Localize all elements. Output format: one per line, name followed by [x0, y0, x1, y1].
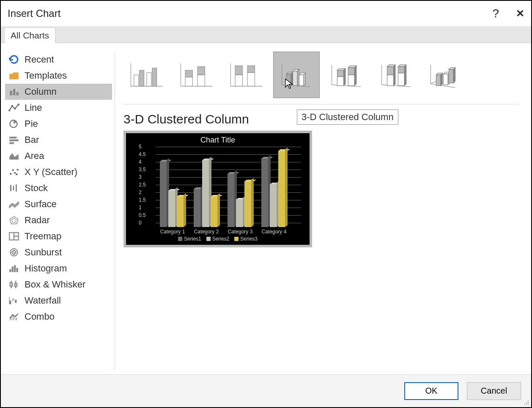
svg-rect-30 [9, 269, 11, 272]
sidebar-label: Combo [25, 311, 55, 322]
svg-rect-40 [15, 300, 16, 303]
sidebar-item-templates[interactable]: Templates [5, 68, 112, 84]
svg-rect-91 [398, 67, 404, 73]
sidebar-item-pie[interactable]: Pie [5, 116, 112, 132]
legend-item: Series1 [178, 236, 201, 242]
svg-rect-55 [197, 75, 205, 86]
close-icon[interactable]: ✕ [516, 8, 524, 19]
sidebar-item-area[interactable]: Area [5, 148, 112, 164]
subtype-100-stacked-column[interactable] [223, 52, 270, 98]
sunburst-icon [8, 248, 19, 257]
y-tick: 4 [139, 159, 142, 165]
sidebar-item-bar[interactable]: Bar [5, 132, 112, 148]
sidebar-label: Treemap [25, 231, 61, 242]
svg-rect-61 [247, 73, 255, 86]
tab-all-charts[interactable]: All Charts [4, 27, 55, 43]
sidebar-item-surface[interactable]: Surface [5, 196, 112, 212]
svg-rect-53 [185, 77, 192, 86]
svg-rect-1 [13, 89, 15, 96]
svg-line-84 [382, 85, 411, 87]
svg-rect-31 [12, 267, 14, 272]
sidebar-label: Surface [25, 199, 57, 210]
bar-Series3-1 [211, 197, 217, 227]
svg-rect-68 [293, 71, 297, 85]
svg-point-12 [12, 170, 14, 171]
dialog-title: Insert Chart [8, 8, 60, 19]
sidebar-item-x-y-scatter-[interactable]: X Y (Scatter) [5, 164, 112, 180]
sidebar-item-column[interactable]: Column [5, 84, 112, 100]
subtype-3d-100-stacked-column[interactable] [373, 52, 420, 98]
ok-button[interactable]: OK [404, 382, 458, 400]
category-label: Category 4 [257, 229, 291, 235]
chart-plot-area: 00.511.522.533.544.55Category 1Category … [139, 147, 301, 227]
svg-rect-65 [286, 74, 291, 86]
area-icon [8, 151, 19, 161]
svg-point-14 [16, 169, 18, 170]
bar-Series3-3 [278, 151, 285, 227]
sidebar-item-box-whisker[interactable]: Box & Whisker [5, 277, 112, 293]
svg-line-74 [332, 85, 361, 87]
svg-marker-105 [453, 68, 455, 83]
svg-rect-50 [152, 68, 157, 86]
svg-rect-49 [147, 73, 151, 86]
svg-marker-99 [441, 73, 442, 86]
sidebar-item-sunburst[interactable]: Sunburst [5, 244, 112, 260]
subtype-clustered-column[interactable] [123, 52, 170, 98]
subtype-3d-column[interactable] [423, 52, 469, 98]
sidebar-label: Pie [25, 118, 38, 129]
svg-point-6 [18, 104, 19, 105]
y-tick: 0 [139, 220, 142, 226]
svg-point-5 [14, 108, 16, 110]
legend-item: Series2 [206, 236, 230, 242]
bar-Series1-2 [228, 174, 234, 227]
titlebar: Insert Chart ? ✕ [1, 1, 531, 26]
sidebar-label: Box & Whisker [25, 279, 85, 290]
sidebar-item-waterfall[interactable]: Waterfall [5, 293, 112, 309]
chart-preview[interactable]: Chart Title 00.511.522.533.544.55Categor… [123, 131, 312, 247]
sidebar-label: Templates [25, 70, 67, 81]
radar-icon [8, 216, 19, 225]
sidebar-item-stock[interactable]: Stock [5, 180, 112, 196]
svg-point-3 [8, 110, 10, 111]
pie-icon [8, 119, 19, 129]
tab-bar: All Charts [1, 26, 531, 43]
bar-Series3-2 [244, 181, 251, 227]
dialog-footer: OK Cancel [1, 374, 531, 407]
svg-rect-56 [197, 67, 205, 75]
svg-point-15 [16, 173, 17, 175]
svg-marker-22 [12, 219, 16, 223]
subtype-3d-stacked-column[interactable] [323, 52, 370, 98]
svg-rect-23 [9, 233, 14, 240]
sidebar-item-combo[interactable]: Combo [5, 309, 112, 325]
insert-chart-dialog: Insert Chart ? ✕ All Charts RecentTempla… [0, 0, 532, 408]
svg-rect-59 [235, 75, 242, 86]
bar-Series2-3 [270, 184, 277, 227]
sidebar-item-treemap[interactable]: Treemap [5, 228, 112, 244]
svg-rect-10 [9, 142, 14, 144]
resize-grip-icon[interactable] [524, 400, 529, 405]
svg-rect-35 [10, 283, 12, 287]
svg-rect-86 [387, 75, 394, 86]
y-tick: 1 [139, 205, 142, 211]
svg-rect-108 [528, 402, 529, 403]
bar-Series2-2 [236, 200, 243, 227]
sidebar-item-radar[interactable]: Radar [5, 212, 112, 228]
svg-rect-87 [387, 67, 394, 75]
svg-rect-62 [247, 66, 255, 73]
subtype-3d-clustered-column[interactable] [273, 52, 320, 98]
sidebar-item-recent[interactable]: Recent [5, 52, 112, 68]
templates-icon [8, 71, 19, 80]
sidebar-label: Radar [25, 215, 50, 226]
sidebar-item-histogram[interactable]: Histogram [5, 260, 112, 277]
help-icon[interactable]: ? [492, 7, 499, 20]
svg-rect-0 [10, 91, 12, 96]
subtype-stacked-column[interactable] [173, 52, 220, 98]
cancel-button[interactable]: Cancel [467, 382, 521, 400]
svg-marker-70 [297, 69, 299, 86]
sidebar-item-line[interactable]: Line [5, 100, 112, 116]
bar-Series2-1 [202, 160, 209, 227]
y-tick: 3 [139, 174, 142, 180]
svg-rect-9 [9, 140, 19, 141]
svg-point-11 [10, 173, 11, 175]
histogram-icon [8, 264, 19, 273]
